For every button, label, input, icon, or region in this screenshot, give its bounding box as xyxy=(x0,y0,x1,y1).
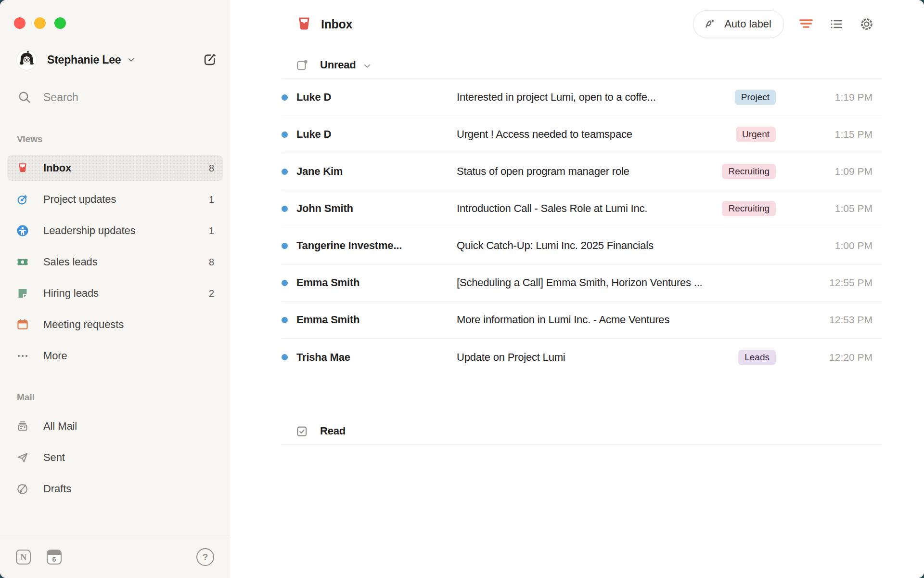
sidebar-item-label: Sales leads xyxy=(43,256,98,268)
window-controls xyxy=(14,17,66,29)
banknote-icon xyxy=(16,256,29,268)
email-row[interactable]: John Smith Introduction Call - Sales Rol… xyxy=(282,190,882,227)
notion-logo-icon[interactable]: N xyxy=(16,550,31,565)
accessibility-icon xyxy=(16,224,29,237)
mail-section-label: Mail xyxy=(17,392,35,403)
sidebar-item-project-updates[interactable]: Project updates 1 xyxy=(7,186,223,212)
email-time: 12:53 PM xyxy=(803,314,873,326)
close-button[interactable] xyxy=(14,17,26,29)
email-sender: Emma Smith xyxy=(296,314,457,326)
unread-dot xyxy=(282,354,288,360)
read-checkbox-icon xyxy=(295,425,308,438)
sidebar-item-hiring-leads[interactable]: Hiring leads 2 xyxy=(7,280,223,306)
chevron-down-icon xyxy=(127,56,135,64)
expand-button[interactable] xyxy=(54,17,66,29)
unread-dot xyxy=(282,94,288,101)
calendar-day: 6 xyxy=(48,555,61,564)
sidebar-item-leadership-updates[interactable]: Leadership updates 1 xyxy=(7,218,223,244)
email-row[interactable]: Emma Smith More information in Lumi Inc.… xyxy=(282,302,882,339)
sidebar-item-count: 1 xyxy=(209,225,214,236)
chevron-down-icon xyxy=(363,62,372,70)
email-list: Luke D Interested in project Lumi, open … xyxy=(282,79,882,376)
section-title: Read xyxy=(320,425,346,437)
auto-label-button[interactable]: Auto label xyxy=(693,10,784,38)
sidebar-item-drafts[interactable]: Drafts xyxy=(7,476,223,502)
sidebar-item-meeting-requests[interactable]: Meeting requests xyxy=(7,312,223,338)
read-section-header[interactable]: Read xyxy=(282,418,882,445)
email-time: 1:19 PM xyxy=(803,92,873,103)
mail-stack-icon xyxy=(16,420,29,433)
sidebar-item-label: Project updates xyxy=(43,193,116,206)
help-icon[interactable]: ? xyxy=(196,548,214,566)
unread-dot xyxy=(282,280,288,286)
sidebar-item-label: Leadership updates xyxy=(43,224,135,237)
sidebar-item-inbox[interactable]: Inbox 8 xyxy=(7,155,223,181)
email-time: 12:20 PM xyxy=(803,352,873,363)
calendar-app-icon[interactable]: 6 xyxy=(47,550,62,565)
email-subject: Interested in project Lumi, open to a co… xyxy=(457,91,735,104)
sidebar-item-label: Hiring leads xyxy=(43,287,99,300)
email-row[interactable]: Luke D Interested in project Lumi, open … xyxy=(282,79,882,116)
email-label-badge: Urgent xyxy=(736,127,776,142)
email-time: 12:55 PM xyxy=(803,277,873,289)
views-section-label: Views xyxy=(17,134,43,144)
unread-dot xyxy=(282,131,288,138)
sidebar-item-sent[interactable]: Sent xyxy=(7,445,223,471)
unread-dot xyxy=(282,169,288,175)
search-icon xyxy=(17,90,32,105)
calendar-icon xyxy=(16,318,29,331)
unread-section-header[interactable]: Unread xyxy=(282,52,372,78)
auto-label-text: Auto label xyxy=(724,18,771,30)
account-name: Stephanie Lee xyxy=(47,53,121,66)
email-row[interactable]: Emma Smith [Scheduling a Call] Emma Smit… xyxy=(282,264,882,302)
main-panel: Inbox Auto label xyxy=(230,0,924,578)
sidebar-item-all-mail[interactable]: All Mail xyxy=(7,413,223,439)
minimize-button[interactable] xyxy=(34,17,46,29)
account-switcher[interactable]: Stephanie Lee xyxy=(16,49,218,70)
header-actions: Auto label xyxy=(693,10,875,38)
email-subject: More information in Lumi Inc. - Acme Ven… xyxy=(457,314,803,326)
sidebar-footer: N 6 ? xyxy=(0,536,230,578)
sidebar-item-more[interactable]: More xyxy=(7,343,223,369)
sidebar-item-count: 2 xyxy=(209,288,214,299)
auto-label-icon xyxy=(704,17,718,31)
email-row[interactable]: Trisha Mae Update on Project Lumi Leads … xyxy=(282,339,882,376)
email-subject: Status of open program manager role xyxy=(457,165,722,178)
email-subject: Introduction Call - Sales Role at Lumi I… xyxy=(457,202,722,215)
search[interactable]: Search xyxy=(17,90,78,105)
page-title: Inbox xyxy=(321,17,352,31)
email-sender: Jane Kim xyxy=(296,165,457,178)
compose-button[interactable] xyxy=(202,52,218,67)
email-label-badge: Recruiting xyxy=(722,201,776,216)
list-view-icon[interactable] xyxy=(828,16,845,32)
sidebar-item-sales-leads[interactable]: Sales leads 8 xyxy=(7,249,223,275)
sidebar-item-label: All Mail xyxy=(43,420,77,433)
email-row[interactable]: Tangerine Investme... Quick Catch-Up: Lu… xyxy=(282,227,882,264)
email-subject: Update on Project Lumi xyxy=(457,351,738,364)
email-subject: [Scheduling a Call] Emma Smith, Horizon … xyxy=(457,276,803,289)
email-sender: Trisha Mae xyxy=(296,351,457,364)
email-sender: Luke D xyxy=(296,91,457,104)
sticky-note-icon xyxy=(16,287,29,300)
email-row[interactable]: Jane Kim Status of open program manager … xyxy=(282,153,882,190)
email-time: 1:00 PM xyxy=(803,240,873,251)
filter-icon[interactable] xyxy=(798,16,814,32)
inbox-icon xyxy=(16,162,29,174)
sidebar-item-label: Inbox xyxy=(43,162,71,174)
calendar-band xyxy=(48,551,61,555)
section-title: Unread xyxy=(320,59,356,71)
email-sender: Tangerine Investme... xyxy=(296,239,457,252)
sidebar: Stephanie Lee Search Views xyxy=(0,0,230,578)
draft-pencil-icon xyxy=(16,483,29,495)
mail-nav: All Mail Sent Drafts xyxy=(7,413,223,507)
settings-gear-icon[interactable] xyxy=(859,16,875,32)
unread-icon xyxy=(295,59,308,72)
target-icon xyxy=(16,193,29,206)
sidebar-item-label: More xyxy=(43,350,67,362)
email-label-badge: Recruiting xyxy=(722,164,776,179)
sidebar-item-count: 8 xyxy=(209,257,214,268)
unread-dot xyxy=(282,243,288,249)
app-window: Stephanie Lee Search Views xyxy=(0,0,924,578)
email-row[interactable]: Luke D Urgent ! Access needed to teamspa… xyxy=(282,116,882,153)
inbox-icon xyxy=(295,15,313,33)
